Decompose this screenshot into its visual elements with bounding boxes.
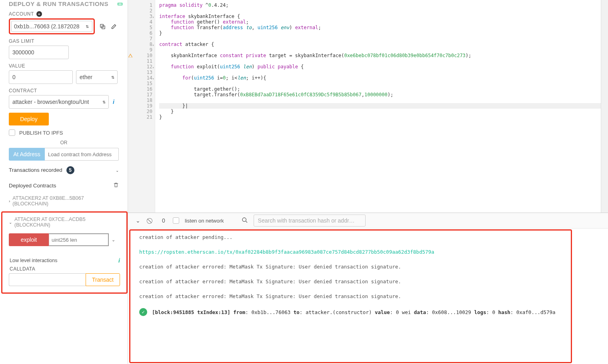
listen-network-label: listen on network: [185, 218, 224, 224]
clear-icon[interactable]: ⃠: [147, 217, 154, 224]
listen-network-checkbox[interactable]: [173, 217, 179, 224]
terminal-link[interactable]: https://ropsten.etherscan.io/tx/0xaf0228…: [139, 249, 600, 255]
contract-selected-text: attacker - browser/kongtou/Unt: [12, 99, 89, 105]
active-contract-highlight: ⌄ ATTACKER AT 0X7CE...ACDB5 (BLOCKCHAIN)…: [1, 211, 128, 294]
transact-button[interactable]: Transact: [86, 273, 120, 286]
chevron-updown-icon: ⇅: [86, 24, 89, 29]
add-account-icon[interactable]: +: [36, 11, 42, 17]
at-address-button[interactable]: At Address: [9, 148, 45, 161]
panel-title: DEPLOY & RUN TRANSACTIONS: [9, 0, 108, 7]
terminal-toolbar: ⌄ ⃠ 0 listen on network Search with tran…: [128, 213, 608, 229]
deployed-item-label: ATTACKER AT 0X7CE...ACDB5 (BLOCKCHAIN): [14, 217, 120, 228]
publish-ipfs-label: PUBLISH TO IPFS: [19, 130, 63, 136]
calldata-label: CALLDATA: [10, 266, 120, 272]
panel-title-row: DEPLOY & RUN TRANSACTIONS ▭: [0, 0, 128, 10]
gas-block: GAS LIMIT: [0, 37, 128, 62]
deploy-button[interactable]: Deploy: [9, 113, 49, 125]
pending-count: 0: [160, 217, 167, 224]
gas-limit-input[interactable]: [9, 46, 69, 59]
right-side: 123▾45678▾9101112▾1314▾15161718192021 pr…: [128, 0, 608, 364]
success-check-icon: ✓: [139, 308, 147, 316]
at-address-input[interactable]: [45, 148, 119, 161]
terminal-wrap: creation of attacker pending... https://…: [128, 229, 608, 364]
gas-label: GAS LIMIT: [9, 38, 120, 44]
terminal-success-text: [block:9451885 txIndex:13] from: 0xb1b..…: [152, 309, 556, 315]
chevron-down-icon[interactable]: ⌄: [109, 233, 118, 246]
tx-recorded-row[interactable]: Transactions recorded 5 ⌄: [0, 161, 128, 180]
terminal-line: creation of attacker errored: MetaMask T…: [139, 264, 600, 270]
tx-recorded-count: 5: [66, 166, 74, 174]
or-divider: OR: [0, 137, 128, 148]
value-label: VALUE: [9, 63, 120, 69]
deployed-contract-item[interactable]: › ATTACKER2 AT 0XB8E...5B067 (BLOCKCHAIN…: [0, 191, 128, 211]
publish-ipfs-checkbox[interactable]: [9, 129, 15, 136]
expand-down-icon[interactable]: ⌄: [134, 217, 142, 224]
edit-account-icon[interactable]: [110, 23, 117, 30]
chevron-down-icon: ⌄: [116, 168, 119, 173]
search-icon[interactable]: [242, 217, 248, 225]
terminal-output[interactable]: creation of attacker pending... https://…: [128, 229, 608, 364]
terminal-line: creation of attacker pending...: [139, 234, 600, 240]
tx-recorded-label: Transactions recorded: [9, 167, 62, 173]
svg-point-2: [242, 218, 246, 221]
value-block: VALUE ether ⇅: [0, 62, 128, 86]
account-selected-text: 0xb1b...76063 (2.1872028: [14, 23, 79, 30]
account-label-text: ACCOUNT: [9, 11, 34, 17]
deployed-contract-item[interactable]: ⌄ ATTACKER AT 0X7CE...ACDB5 (BLOCKCHAIN): [9, 217, 120, 233]
deployed-item-label: ATTACKER2 AT 0XB8E...5B067 (BLOCKCHAIN): [12, 195, 119, 207]
account-select-highlight: 0xb1b...76063 (2.1872028 ⇅: [9, 18, 95, 34]
contract-select[interactable]: attacker - browser/kongtou/Unt: [9, 95, 109, 109]
deployed-heading-text: Deployed Contracts: [9, 183, 56, 189]
low-level-interactions-label: Low level interactions: [10, 258, 58, 263]
editor-scrollbar[interactable]: [601, 0, 608, 213]
account-select[interactable]: 0xb1b...76063 (2.1872028 ⇅: [11, 21, 92, 32]
editor-code-area[interactable]: pragma solidity ^0.4.24;interface skyban…: [155, 0, 601, 213]
chevron-updown-icon: ⇅: [111, 75, 114, 80]
deployed-contracts-heading: Deployed Contracts: [0, 180, 128, 191]
panel-settings-icon[interactable]: ▭: [116, 0, 124, 7]
terminal-search-placeholder: Search with transaction hash or addr…: [258, 217, 355, 224]
value-amount-input[interactable]: [9, 70, 73, 84]
copy-account-icon[interactable]: [99, 23, 106, 30]
chevron-updown-icon: ⇅: [102, 100, 106, 104]
chevron-right-icon: ›: [9, 199, 10, 203]
value-unit-text: ether: [80, 74, 92, 80]
terminal-success-line[interactable]: ✓ [block:9451885 txIndex:13] from: 0xb1b…: [139, 308, 600, 316]
contract-label: CONTRACT: [9, 88, 120, 93]
account-label: ACCOUNT +: [9, 11, 120, 17]
exploit-input[interactable]: [49, 233, 109, 246]
terminal-line: creation of attacker errored: MetaMask T…: [139, 278, 600, 284]
code-editor[interactable]: 123▾45678▾9101112▾1314▾15161718192021 pr…: [128, 0, 608, 213]
info-icon[interactable]: i: [113, 99, 114, 105]
editor-gutter: 123▾45678▾9101112▾1314▾15161718192021: [135, 0, 155, 213]
contract-block: CONTRACT attacker - browser/kongtou/Unt …: [0, 86, 128, 111]
terminal-line: creation of attacker errored: MetaMask T…: [139, 293, 600, 299]
exploit-button[interactable]: exploit: [9, 233, 49, 246]
chevron-down-icon: ⌄: [9, 220, 12, 225]
terminal-search-input[interactable]: Search with transaction hash or addr…: [254, 215, 366, 227]
info-icon[interactable]: i: [118, 257, 120, 264]
calldata-input[interactable]: [9, 273, 86, 286]
deploy-run-panel: DEPLOY & RUN TRANSACTIONS ▭ ACCOUNT + 0x…: [0, 0, 128, 364]
account-block: ACCOUNT + 0xb1b...76063 (2.1872028 ⇅: [0, 10, 128, 37]
trash-icon[interactable]: [113, 182, 119, 189]
